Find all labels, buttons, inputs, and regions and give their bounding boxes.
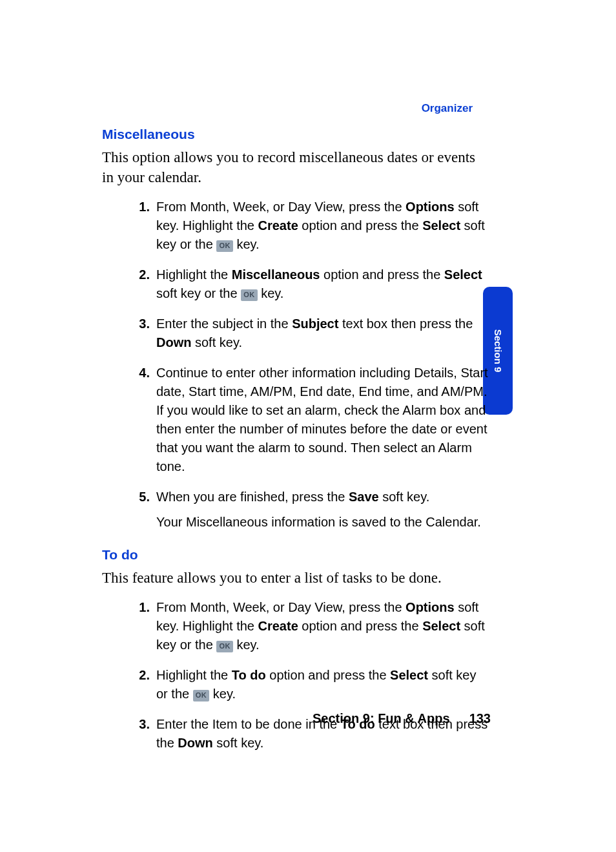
step-followup: Your Miscellaneous information is saved … (156, 513, 489, 532)
step-item: 4. Continue to enter other information i… (141, 364, 489, 476)
step-text: When you are finished, press the Save so… (156, 490, 489, 532)
step-number: 2. (137, 265, 150, 284)
steps-miscellaneous: 1. From Month, Week, or Day View, press … (102, 198, 489, 532)
step-text: From Month, Week, or Day View, press the… (156, 200, 485, 251)
step-text: Continue to enter other information incl… (156, 366, 488, 473)
step-number: 1. (137, 198, 150, 216)
footer-section: Section 9: Fun & Apps (313, 711, 450, 725)
page: Organizer Section 9 Miscellaneous This o… (0, 0, 616, 852)
step-item: 2. Highlight the To do option and press … (141, 666, 489, 703)
ok-key-icon: OK (216, 240, 233, 252)
steps-todo: 1. From Month, Week, or Day View, press … (102, 598, 489, 753)
subhead-miscellaneous: Miscellaneous (102, 127, 489, 142)
footer-page-number: 133 (469, 711, 491, 725)
step-number: 4. (137, 364, 150, 382)
step-number: 3. (137, 315, 150, 333)
step-item: 1. From Month, Week, or Day View, press … (141, 198, 489, 254)
section-side-tab-label: Section 9 (493, 329, 504, 373)
intro-todo: This feature allows you to enter a list … (102, 568, 489, 588)
content-area: Miscellaneous This option allows you to … (102, 127, 489, 768)
step-number: 2. (137, 666, 150, 685)
step-text: Enter the subject in the Subject text bo… (156, 317, 473, 349)
step-number: 1. (137, 598, 150, 617)
step-item: 2. Highlight the Miscellaneous option an… (141, 265, 489, 303)
step-text: Highlight the To do option and press the… (156, 668, 476, 701)
ok-key-icon: OK (216, 641, 233, 652)
step-item: 3. Enter the subject in the Subject text… (141, 315, 489, 352)
page-footer: Section 9: Fun & Apps133 (0, 711, 491, 726)
step-item: 5. When you are finished, press the Save… (141, 488, 489, 532)
header-category: Organizer (422, 102, 473, 115)
step-number: 5. (137, 488, 150, 506)
ok-key-icon: OK (193, 690, 210, 701)
step-item: 1. From Month, Week, or Day View, press … (141, 598, 489, 654)
subhead-todo: To do (102, 547, 489, 563)
ok-key-icon: OK (241, 289, 258, 301)
intro-miscellaneous: This option allows you to record miscell… (102, 147, 489, 187)
step-text: Highlight the Miscellaneous option and p… (156, 267, 482, 300)
step-text: From Month, Week, or Day View, press the… (156, 600, 485, 652)
